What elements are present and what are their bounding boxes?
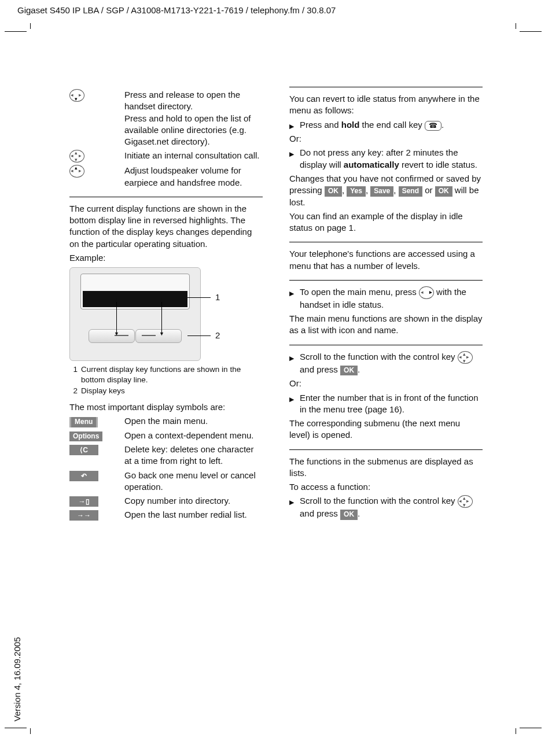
- nav-key-desc: Initiate an internal consultation call.: [124, 150, 263, 163]
- diagram-block: 1 2 1Current display key functions are s…: [69, 267, 263, 397]
- symbol-row: ↶Go back one menu level or cancel operat…: [69, 470, 263, 493]
- bullet: To open the main menu, press with the ha…: [289, 286, 483, 311]
- crop-mark: [30, 23, 36, 29]
- display-key-icon: ⟨C: [69, 445, 98, 455]
- divider: [289, 280, 483, 281]
- bullet: Do not press any key: after 2 minutes th…: [289, 147, 483, 171]
- nav-right-icon: [419, 286, 434, 299]
- nav-scroll-icon: ▾: [458, 495, 473, 508]
- symbol-desc: Copy number into directory.: [124, 495, 263, 507]
- paragraph: The current display functions are shown …: [69, 203, 263, 250]
- nav-key-row: ▾Initiate an internal consultation call.: [69, 150, 263, 163]
- send-chip: Send: [399, 186, 422, 197]
- display-key-icon: Menu: [69, 417, 98, 427]
- symbol-row: →→Open the last number redial list.: [69, 509, 263, 521]
- bullet: Enter the number that is in front of the…: [289, 392, 483, 416]
- nav-both-icon: ▾: [69, 150, 84, 163]
- crop-tick: [520, 728, 542, 728]
- paragraph: The functions in the submenus are displa…: [289, 456, 483, 480]
- save-chip: Save: [370, 186, 393, 197]
- symbol-table: MenuOpen the main menu.OptionsOpen a con…: [69, 415, 263, 521]
- nav-key-list: Press and release to open the handset di…: [69, 89, 263, 189]
- nav-down-icon: [69, 89, 84, 102]
- ok-chip: OK: [325, 186, 342, 197]
- symbol-desc: Delete key: deletes one character at a t…: [124, 444, 263, 467]
- or-label: Or:: [289, 378, 483, 389]
- crop-tick: [520, 31, 542, 32]
- version-label: Version 4, 16.09.2005: [12, 637, 23, 721]
- symbol-row: MenuOpen the main menu.: [69, 415, 263, 427]
- divider: [289, 449, 483, 450]
- divider: [289, 345, 483, 345]
- diagram-captions: 1Current display key functions are shown…: [69, 364, 263, 397]
- callout-1: 1: [215, 292, 220, 303]
- example-label: Example:: [69, 252, 263, 264]
- paragraph: You can find an example of the display i…: [289, 211, 483, 234]
- callout-2: 2: [215, 330, 220, 341]
- paragraph: To access a function:: [289, 481, 483, 493]
- paragraph: The main menu functions are shown in the…: [289, 313, 483, 337]
- yes-chip: Yes: [347, 186, 366, 197]
- nav-key-desc: Press and release to open the handset di…: [124, 89, 263, 147]
- nav-key-row: Press and release to open the handset di…: [69, 89, 263, 147]
- paragraph: The corresponding submenu (the next menu…: [289, 418, 483, 441]
- paragraph: Your telephone's functions are accessed …: [289, 248, 483, 272]
- display-key-icon: Options: [69, 432, 102, 442]
- symbol-row: OptionsOpen a context-dependent menu.: [69, 430, 263, 442]
- paragraph: Changes that you have not confirmed or s…: [289, 173, 483, 208]
- content-columns: Press and release to open the handset di…: [69, 87, 483, 687]
- nav-key-desc: Adjust loudspeaker volume for earpiece a…: [124, 165, 263, 189]
- nav-key-row: Adjust loudspeaker volume for earpiece a…: [69, 165, 263, 189]
- paragraph: You can revert to idle status from anywh…: [289, 93, 483, 117]
- ok-chip: OK: [435, 186, 452, 197]
- end-call-key-icon: ☎: [425, 121, 441, 131]
- header-path: Gigaset S450 IP LBA / SGP / A31008-M1713…: [17, 5, 336, 16]
- bullet: Scroll to the function with the control …: [289, 351, 483, 376]
- crop-mark: [30, 728, 31, 734]
- phone-diagram: 1 2: [69, 267, 226, 361]
- nav-scroll-icon: ▾: [458, 351, 473, 364]
- ok-chip: OK: [340, 510, 358, 520]
- crop-tick: [5, 728, 27, 728]
- symbol-row: →▯Copy number into directory.: [69, 495, 263, 507]
- symbol-desc: Open a context-dependent menu.: [124, 430, 263, 442]
- crop-tick: [5, 31, 27, 32]
- caption-row: 1Current display key functions are shown…: [69, 364, 263, 385]
- display-key-icon: →→: [69, 510, 98, 521]
- symbol-desc: Go back one menu level or cancel operati…: [124, 470, 263, 493]
- divider: [69, 197, 263, 197]
- crop-mark: [515, 23, 516, 29]
- nav-up-icon: [69, 165, 84, 178]
- display-key-icon: ↶: [69, 471, 98, 481]
- ok-chip: OK: [340, 366, 358, 376]
- divider: [289, 87, 483, 87]
- display-key-icon: →▯: [69, 496, 98, 507]
- crop-mark: [515, 728, 516, 734]
- or-label: Or:: [289, 133, 483, 145]
- paragraph: The most important display symbols are:: [69, 401, 263, 413]
- symbol-desc: Open the main menu.: [124, 415, 263, 427]
- symbol-desc: Open the last number redial list.: [124, 509, 263, 521]
- symbol-row: ⟨CDelete key: deletes one character at a…: [69, 444, 263, 467]
- caption-row: 2Display keys: [69, 386, 263, 396]
- bullet: Scroll to the function with the control …: [289, 495, 483, 520]
- divider: [289, 242, 483, 242]
- page: Gigaset S450 IP LBA / SGP / A31008-M1713…: [0, 0, 552, 756]
- bullet: Press and hold the end call key ☎.: [289, 119, 483, 131]
